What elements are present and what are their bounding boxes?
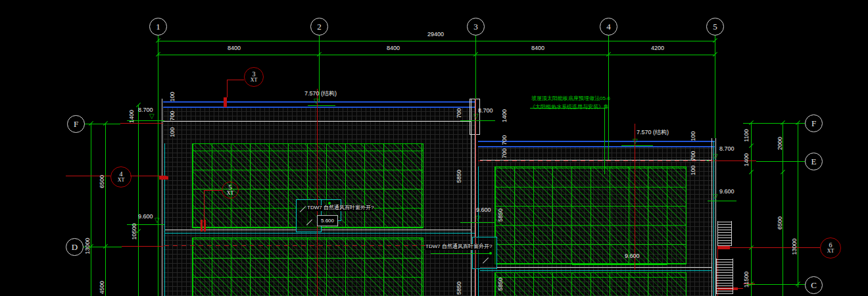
dim-label: 5850 bbox=[456, 282, 462, 295]
level-label: 7.570 (结构) bbox=[304, 91, 337, 97]
dim-label: 5850 bbox=[497, 278, 504, 291]
grid-bubble-label: 4 bbox=[606, 22, 611, 32]
dim-label: 29400 bbox=[427, 32, 444, 38]
dim-line bbox=[751, 123, 752, 296]
level-marker-icon: ▽ bbox=[713, 193, 718, 200]
pipe-riser-line bbox=[475, 99, 476, 296]
dim-label: 100 bbox=[690, 131, 696, 141]
grid-bubble-3: 3 bbox=[467, 18, 485, 36]
xt-leader-line bbox=[227, 80, 228, 97]
dim-label: 5850 bbox=[497, 209, 504, 222]
grid-bubble-D-left: D bbox=[66, 238, 84, 256]
drainage-line bbox=[480, 270, 711, 271]
dim-label: 4500 bbox=[99, 281, 105, 294]
solar-panel-array bbox=[494, 272, 687, 296]
level-label: 8.700 bbox=[138, 107, 153, 114]
pipe-connection bbox=[201, 220, 203, 232]
ladder-hatch bbox=[716, 259, 733, 294]
gutter-line bbox=[480, 267, 711, 268]
roof-edge-line bbox=[163, 107, 475, 108]
dim-label: 11500 bbox=[743, 272, 750, 287]
drainage-line bbox=[164, 233, 475, 234]
louver-label: TDW7 自然通风百叶窗外开? bbox=[307, 205, 374, 211]
grid-bubble-label: 5 bbox=[713, 22, 717, 32]
grid-bubble-4: 4 bbox=[600, 18, 617, 36]
xt-marker-3: 3 XT bbox=[244, 67, 264, 87]
grid-bubble-E-right: E bbox=[805, 153, 823, 170]
level-line bbox=[708, 201, 736, 201]
grid-bubble-label: 2 bbox=[317, 22, 322, 32]
axis-red-dashed bbox=[478, 160, 715, 161]
leader-dot bbox=[489, 252, 492, 255]
pipe-connection bbox=[718, 246, 730, 249]
dim-label: 1400 bbox=[128, 110, 135, 123]
grid-bubble-label: F bbox=[811, 118, 816, 129]
dim-label: 8400 bbox=[228, 45, 241, 52]
grid-bubble-F-left: F bbox=[67, 115, 85, 133]
grid-bubble-1: 1 bbox=[149, 18, 167, 36]
xt-code: XT bbox=[827, 249, 834, 254]
dim-label: 8400 bbox=[387, 45, 400, 52]
pipe-connection bbox=[159, 176, 168, 180]
grid-bubble-label: D bbox=[72, 242, 78, 253]
level-label: 8.700 bbox=[719, 146, 735, 153]
dim-label: 1100 bbox=[743, 129, 750, 141]
axis-red-line bbox=[122, 246, 163, 247]
dim-line bbox=[105, 124, 106, 296]
level-label: 9.600 bbox=[719, 189, 735, 195]
note-text: 坡屋顶太阳能板底座预埋做法05-6 bbox=[531, 96, 610, 102]
dim-line bbox=[91, 124, 91, 296]
grid-bubble-C-right: C bbox=[805, 276, 823, 294]
dim-line-total bbox=[158, 41, 715, 41]
level-line bbox=[572, 264, 667, 265]
xt-code: XT bbox=[227, 191, 234, 196]
level-label: 9.600 bbox=[476, 207, 491, 214]
dim-label: 2000 bbox=[777, 137, 783, 150]
grid-bubble-label: 3 bbox=[473, 22, 478, 32]
note-leader-line bbox=[604, 108, 605, 174]
xt-leader-line bbox=[204, 190, 222, 191]
pipe-riser-line bbox=[317, 89, 318, 296]
level-marker-icon: ▽ bbox=[713, 153, 718, 160]
xt-code: XT bbox=[251, 78, 258, 83]
dim-label: 1400 bbox=[743, 153, 750, 166]
wall-line bbox=[711, 138, 712, 296]
grid-bubble-label: E bbox=[811, 157, 817, 167]
dim-label: 700 bbox=[169, 111, 176, 120]
dim-line-bays bbox=[158, 55, 715, 55]
grid-line-E bbox=[756, 161, 806, 162]
level-marker-icon: ▽ bbox=[155, 217, 160, 224]
dim-label: 700 bbox=[501, 135, 508, 145]
grid-bubble-F-right: F bbox=[805, 114, 823, 132]
level-marker-icon: ▽ bbox=[149, 113, 155, 120]
dim-label: 100 bbox=[169, 127, 176, 137]
cad-drawing-canvas: ▽ ▽ ▽ ▽ ▽ ▽ ▽ ▽ 29400 8400 8400 8400 420… bbox=[0, 0, 868, 296]
dim-label: 700 bbox=[501, 148, 508, 158]
drainage-line bbox=[713, 141, 714, 296]
axis-red-line bbox=[120, 123, 163, 124]
level-label: 9.600 bbox=[625, 253, 640, 260]
grid-line-5 bbox=[715, 35, 715, 138]
level-label: 7.570 (结构) bbox=[637, 130, 669, 136]
dim-label: 10500 bbox=[131, 223, 137, 239]
roof-edge-line bbox=[478, 141, 715, 142]
dim-label: 700 bbox=[690, 151, 696, 160]
dim-label: 100 bbox=[169, 91, 176, 101]
level-line bbox=[460, 222, 495, 223]
dim-label: 1400 bbox=[501, 109, 508, 122]
grid-bubble-label: 1 bbox=[156, 22, 160, 32]
xt-leader-line bbox=[227, 80, 244, 80]
grid-bubble-2: 2 bbox=[310, 18, 328, 36]
dim-label: 700 bbox=[456, 108, 462, 118]
ladder-hatch bbox=[717, 221, 732, 246]
dim-label: 100 bbox=[690, 165, 696, 175]
level-line bbox=[621, 145, 653, 146]
solar-panel-array bbox=[494, 166, 687, 264]
xt-leader-line bbox=[718, 247, 820, 248]
dim-label: 8400 bbox=[531, 45, 544, 52]
xt-marker-5: 5 XT bbox=[222, 182, 239, 199]
drainage-line bbox=[478, 166, 479, 296]
dim-label: 13000 bbox=[84, 237, 91, 254]
dim-line bbox=[798, 123, 798, 287]
grid-bubble-label: C bbox=[811, 280, 817, 291]
